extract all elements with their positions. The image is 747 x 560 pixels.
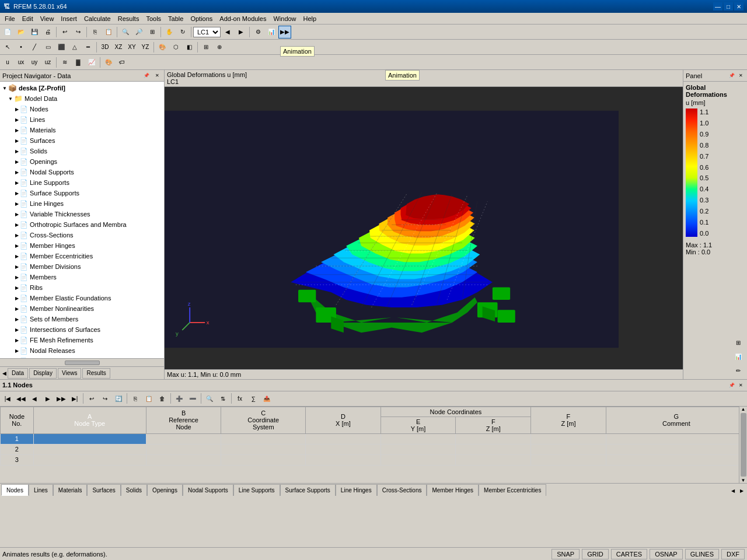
tab-line-hinges[interactable]: Line Hinges <box>336 484 377 496</box>
grid-button[interactable]: GRID <box>582 549 609 559</box>
tab-cross-sections[interactable]: Cross-Sections <box>377 484 427 496</box>
tree-item-openings[interactable]: ▶📄Openings <box>0 156 164 167</box>
open-button[interactable]: 📂 <box>15 26 27 38</box>
row-3-x[interactable] <box>306 454 381 465</box>
glines-button[interactable]: GLINES <box>685 549 719 559</box>
data-table[interactable]: Node No. A Node Type B Reference Node C <box>0 407 747 466</box>
tree-item-solids[interactable]: ▶📄Solids <box>0 146 164 156</box>
result-dir2-button[interactable]: uy <box>28 56 41 69</box>
zoom-all-button[interactable]: ⊞ <box>146 26 159 38</box>
table-row[interactable]: 1 <box>1 433 747 444</box>
tree-item-materials[interactable]: ▶📄Materials <box>0 125 164 135</box>
view-yz-button[interactable]: YZ <box>139 41 152 54</box>
save-button[interactable]: 💾 <box>28 26 41 38</box>
sheet-filter-button[interactable]: 🔍 <box>203 392 216 405</box>
tab-openings[interactable]: Openings <box>147 484 183 496</box>
menu-view[interactable]: View <box>37 14 58 23</box>
paste-button[interactable]: 📋 <box>102 26 115 38</box>
zoom-out-button[interactable]: 🔎 <box>132 26 145 38</box>
snap-button[interactable]: SNAP <box>551 549 580 559</box>
row-3-type[interactable] <box>33 454 146 465</box>
tree-item-member-hinges[interactable]: ▶📄Member Hinges <box>0 240 164 251</box>
row-2-y[interactable] <box>381 444 456 454</box>
tab-surfaces[interactable]: Surfaces <box>87 484 120 496</box>
row-3-comment[interactable] <box>606 454 746 465</box>
table-row[interactable]: 3 <box>1 454 747 465</box>
sheet-delete-button[interactable]: 🗑 <box>156 392 169 405</box>
menu-insert[interactable]: Insert <box>57 14 81 23</box>
view-3d-button[interactable]: 3D <box>99 41 111 54</box>
surface-button[interactable]: ▭ <box>41 41 54 54</box>
sheet-remove-button[interactable]: ➖ <box>186 392 199 405</box>
tree-item-surface-supports[interactable]: ▶📄Surface Supports <box>0 188 164 198</box>
row-1-y[interactable] <box>381 433 456 444</box>
row-2-x[interactable] <box>306 444 381 454</box>
scroll-thumb[interactable] <box>741 413 746 477</box>
row-1-x[interactable] <box>306 433 381 444</box>
results-tab[interactable]: Results <box>82 368 110 379</box>
row-2-z[interactable] <box>456 444 531 454</box>
sheet-redo-button[interactable]: ↪ <box>99 392 111 405</box>
menu-options[interactable]: Options <box>187 14 216 23</box>
panel-btn-3[interactable]: ✏ <box>732 364 745 377</box>
calc-button[interactable]: ⚙ <box>252 26 264 38</box>
sheet-refresh-button[interactable]: 🔄 <box>112 392 125 405</box>
row-2-ref[interactable] <box>146 444 221 454</box>
result-button[interactable]: 📊 <box>265 26 278 38</box>
tree-item-model-data[interactable]: ▼📁Model Data <box>0 93 164 104</box>
row-3-y[interactable] <box>381 454 456 465</box>
menu-tools[interactable]: Tools <box>142 14 165 23</box>
row-1-z[interactable] <box>456 433 531 444</box>
sheet-next1-button[interactable]: ▶ <box>41 392 54 405</box>
tree-item-nodes[interactable]: ▶📄Nodes <box>0 104 164 114</box>
left-horizontal-scrollbar[interactable] <box>0 358 164 366</box>
tab-prev-button[interactable]: ◀ <box>729 485 737 496</box>
viewport[interactable]: Global Deformations u [mm] LC1 <box>165 70 683 379</box>
table-scrollbar[interactable]: ▲ ▼ <box>739 407 747 483</box>
solid-button[interactable]: ⬛ <box>55 41 68 54</box>
row-3-z2[interactable] <box>531 454 606 465</box>
tree-item-member-elastic-foundations[interactable]: ▶📄Member Elastic Foundations <box>0 293 164 303</box>
print-button[interactable]: 🖨 <box>41 26 54 38</box>
tree-item-sets-of-members[interactable]: ▶📄Sets of Members <box>0 314 164 324</box>
menu-help[interactable]: Help <box>300 14 320 23</box>
prev-lc-button[interactable]: ◀ <box>221 26 234 38</box>
menu-file[interactable]: File <box>1 14 19 23</box>
display-tab[interactable]: Display <box>29 368 57 379</box>
panel-close-button[interactable]: ✕ <box>152 71 162 80</box>
menu-calculate[interactable]: Calculate <box>81 14 114 23</box>
sheet-close-button[interactable]: ✕ <box>736 381 745 389</box>
row-1-comment[interactable] <box>606 433 746 444</box>
redo-button[interactable]: ↪ <box>72 26 85 38</box>
zoom-in-button[interactable]: 🔍 <box>119 26 132 38</box>
view-xy-button[interactable]: XY <box>125 41 138 54</box>
sheet-formula-button[interactable]: fx <box>233 392 246 405</box>
sheet-next-button[interactable]: ▶▶ <box>55 392 68 405</box>
tree-item-member-divisions[interactable]: ▶📄Member Divisions <box>0 261 164 272</box>
fill-button[interactable]: ▓ <box>72 56 85 69</box>
row-2-comment[interactable] <box>606 444 746 454</box>
osnap-button[interactable]: OSNAP <box>650 549 683 559</box>
sheet-pin-button[interactable]: 📌 <box>728 381 736 389</box>
tree-item-orthotropic-surfaces-and-membra[interactable]: ▶📄Orthotropic Surfaces and Membra <box>0 219 164 230</box>
tab-navigation[interactable]: ◀ ▶ <box>729 485 746 496</box>
tab-member-hinges[interactable]: Member Hinges <box>427 484 479 496</box>
sheet-last-button[interactable]: ▶| <box>68 392 81 405</box>
menu-table[interactable]: Table <box>165 14 187 23</box>
views-tab[interactable]: Views <box>58 368 82 379</box>
tree-item-lines[interactable]: ▶📄Lines <box>0 114 164 125</box>
row-2-type[interactable] <box>33 444 146 454</box>
row-1-z2[interactable] <box>531 433 606 444</box>
row-1-ref[interactable] <box>146 433 221 444</box>
minimize-button[interactable]: — <box>713 2 722 10</box>
axis-button[interactable]: ⊕ <box>213 41 226 54</box>
panel-btn-2[interactable]: 📊 <box>732 350 745 363</box>
maximize-button[interactable]: □ <box>724 2 733 10</box>
row-3-ref[interactable] <box>146 454 221 465</box>
row-1-type[interactable] <box>33 433 146 444</box>
cartes-button[interactable]: CARTES <box>611 549 647 559</box>
panel-undock-button[interactable]: 📌 <box>728 72 736 80</box>
view-xz-button[interactable]: XZ <box>112 41 125 54</box>
sheet-sort-button[interactable]: ⇅ <box>217 392 229 405</box>
contour-button[interactable]: ≋ <box>58 56 71 69</box>
